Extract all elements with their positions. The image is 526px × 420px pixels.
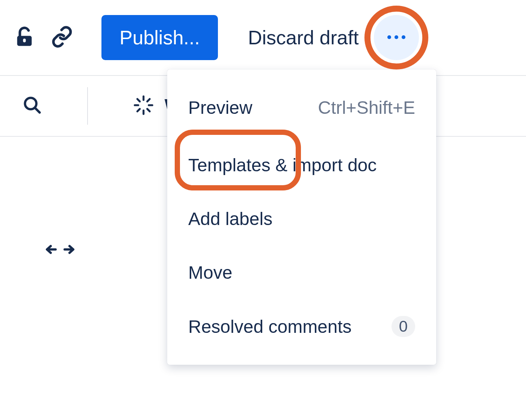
menu-item-resolved-comments[interactable]: Resolved comments 0 bbox=[167, 299, 436, 354]
svg-line-13 bbox=[138, 109, 140, 112]
ellipsis-icon bbox=[387, 34, 406, 41]
svg-line-14 bbox=[147, 99, 150, 102]
more-actions-button[interactable] bbox=[374, 15, 419, 60]
resolved-comments-count-badge: 0 bbox=[391, 316, 415, 337]
menu-item-label: Templates & import doc bbox=[188, 155, 377, 175]
more-actions-menu: Preview Ctrl+Shift+E Templates & import … bbox=[167, 69, 436, 365]
svg-rect-1 bbox=[23, 39, 26, 42]
spinner-icon bbox=[133, 95, 154, 117]
svg-line-10 bbox=[147, 109, 150, 112]
column-resize-handle[interactable] bbox=[45, 242, 75, 258]
find-button[interactable] bbox=[23, 95, 42, 116]
menu-item-preview[interactable]: Preview Ctrl+Shift+E bbox=[167, 81, 436, 134]
discard-draft-button[interactable]: Discard draft bbox=[248, 26, 359, 49]
restrictions-button[interactable] bbox=[11, 24, 38, 51]
horizontal-arrows-icon bbox=[45, 252, 75, 258]
menu-item-label: Add labels bbox=[188, 208, 272, 229]
link-icon bbox=[51, 26, 73, 49]
editor-toolbar: Publish... Discard draft bbox=[0, 0, 526, 75]
menu-item-label: Move bbox=[188, 262, 232, 283]
more-actions-wrapper bbox=[374, 15, 419, 60]
menu-item-templates[interactable]: Templates & import doc bbox=[167, 138, 436, 192]
unlocked-padlock-icon bbox=[14, 26, 35, 49]
menu-item-add-labels[interactable]: Add labels bbox=[167, 192, 436, 246]
svg-point-3 bbox=[394, 35, 398, 39]
svg-line-6 bbox=[35, 108, 40, 113]
menu-item-label: Preview bbox=[188, 97, 252, 118]
menu-item-label: Resolved comments bbox=[188, 316, 352, 337]
menu-item-shortcut: Ctrl+Shift+E bbox=[318, 97, 415, 118]
sub-toolbar-divider bbox=[87, 87, 88, 125]
svg-line-9 bbox=[138, 99, 140, 102]
search-icon bbox=[23, 95, 42, 116]
publish-button[interactable]: Publish... bbox=[101, 15, 218, 60]
copy-link-button[interactable] bbox=[49, 24, 75, 51]
svg-point-4 bbox=[402, 35, 405, 39]
svg-point-2 bbox=[387, 35, 391, 39]
menu-item-move[interactable]: Move bbox=[167, 246, 436, 299]
